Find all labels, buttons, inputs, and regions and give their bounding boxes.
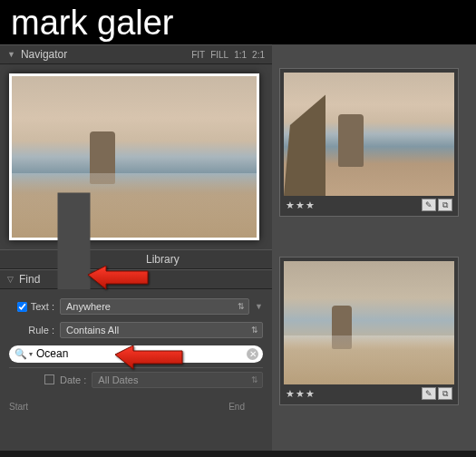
brand-title: mark galer xyxy=(11,4,465,43)
text-scope-select[interactable]: Anywhere xyxy=(60,298,249,315)
navigator-title: Navigator xyxy=(21,48,191,61)
crop-badge-icon[interactable]: ⧉ xyxy=(438,199,452,211)
text-label: Text : xyxy=(31,301,54,312)
date-label: Date : xyxy=(60,374,86,385)
crop-badge-icon[interactable]: ⧉ xyxy=(438,387,452,400)
date-end-label: End xyxy=(228,402,245,412)
grid-view: ★★★ ✎ ⧉ ★★★ ✎ ⧉ xyxy=(272,44,476,451)
brand-header: mark galer xyxy=(0,0,476,44)
search-input[interactable] xyxy=(36,347,245,360)
find-text-row: Text : Anywhere ▼ xyxy=(9,297,263,316)
zoom-2-1[interactable]: 2:1 xyxy=(252,50,265,60)
navigator-panel-header[interactable]: ▼ Navigator FIT FILL 1:1 2:1 xyxy=(0,44,272,64)
find-panel-header[interactable]: ▽ Find xyxy=(0,269,272,289)
find-rule-row: Rule : Contains All xyxy=(9,320,263,340)
find-panel-body: Text : Anywhere ▼ Rule : Contains All 🔍 … xyxy=(0,289,272,398)
disclosure-triangle-icon[interactable]: ▽ xyxy=(7,275,14,284)
keyword-badge-icon[interactable]: ✎ xyxy=(422,199,436,211)
search-icon[interactable]: 🔍 xyxy=(15,348,27,360)
search-scope-caret-icon[interactable]: ▾ xyxy=(29,350,33,358)
date-checkbox[interactable] xyxy=(44,374,54,384)
left-panel: ▼ Navigator FIT FILL 1:1 2:1 ▼ Library ▽… xyxy=(0,44,272,451)
thumbnail-image xyxy=(284,261,454,384)
rating-stars[interactable]: ★★★ xyxy=(286,199,316,211)
zoom-fill[interactable]: FILL xyxy=(210,50,228,60)
date-range-row: Start End xyxy=(0,398,272,419)
thumbnail-image xyxy=(284,73,454,196)
rule-select[interactable]: Contains All xyxy=(60,322,263,338)
disclosure-triangle-icon[interactable]: ▼ xyxy=(7,50,15,59)
text-checkbox[interactable] xyxy=(17,302,27,312)
rule-label: Rule : xyxy=(9,325,60,335)
thumbnail[interactable]: ★★★ ✎ ⧉ xyxy=(279,68,459,217)
navigator-body xyxy=(0,64,272,249)
date-select[interactable]: All Dates xyxy=(92,372,263,388)
clear-search-icon[interactable]: ✕ xyxy=(247,348,258,360)
navigator-preview[interactable] xyxy=(9,73,259,240)
library-title: Library xyxy=(146,253,265,266)
find-search-row: 🔍 ▾ ✕ xyxy=(9,344,263,364)
zoom-1-1[interactable]: 1:1 xyxy=(234,50,247,60)
filter-menu-icon[interactable]: ▼ xyxy=(255,302,263,311)
search-field-container: 🔍 ▾ ✕ xyxy=(9,345,263,363)
zoom-controls: FIT FILL 1:1 2:1 xyxy=(191,50,265,60)
keyword-badge-icon[interactable]: ✎ xyxy=(422,387,436,400)
rating-stars[interactable]: ★★★ xyxy=(286,388,316,400)
find-date-row: Date : All Dates xyxy=(9,367,263,387)
zoom-fit[interactable]: FIT xyxy=(191,50,205,60)
thumbnail[interactable]: ★★★ ✎ ⧉ xyxy=(279,257,459,405)
find-title: Find xyxy=(19,273,265,286)
library-panel-header[interactable]: ▼ Library xyxy=(0,249,272,269)
date-start-label: Start xyxy=(9,402,28,412)
